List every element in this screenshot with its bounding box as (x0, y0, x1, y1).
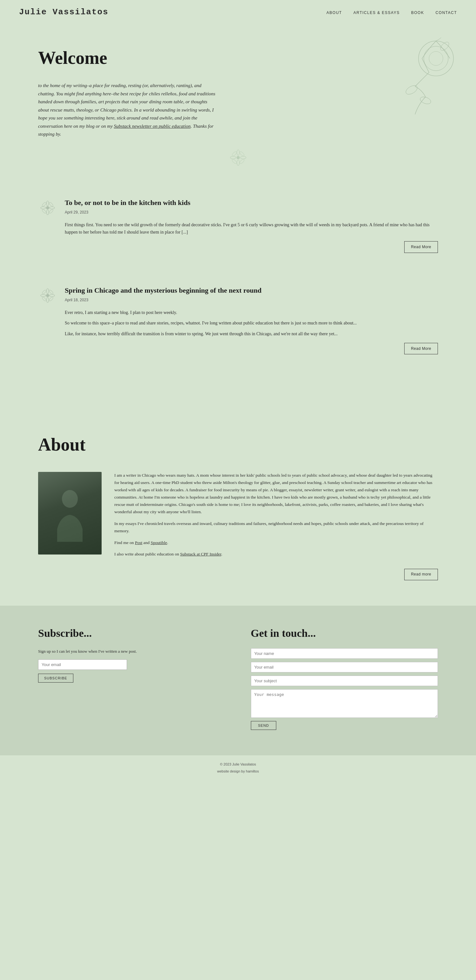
post-title-1[interactable]: To be, or not to be in the kitchen with … (65, 197, 190, 208)
post-excerpt-2a: Ever retro, I am starting a new blog. I … (65, 309, 438, 317)
svg-point-14 (239, 158, 244, 164)
main-nav: Julie Vassilatos ABOUT ARTICLES & ESSAYS… (0, 0, 476, 25)
read-more-button-2[interactable]: Read More (404, 343, 438, 354)
svg-point-19 (49, 207, 55, 209)
post-date-1: April 29, 2023 (65, 209, 190, 215)
credit: website design by hamiltos (6, 769, 470, 775)
svg-point-4 (419, 95, 432, 105)
svg-point-20 (41, 202, 47, 207)
svg-point-13 (231, 158, 237, 164)
substack-cpf-link[interactable]: Substack at CPF Insider (180, 552, 221, 557)
svg-point-28 (49, 294, 55, 296)
post-excerpt-2c: Like, for instance, how terribly difficu… (65, 330, 438, 338)
about-photo (38, 472, 102, 555)
contact-heading: Get in touch... (251, 625, 438, 642)
svg-point-27 (41, 294, 46, 296)
read-more-button-1[interactable]: Read More (404, 241, 438, 253)
svg-point-22 (41, 209, 47, 214)
svg-point-15 (46, 206, 49, 209)
svg-point-11 (231, 151, 237, 156)
post-title-2[interactable]: Spring in Chicago and the mysterious beg… (65, 285, 261, 296)
post-excerpt-2b: So welcome to this space–a place to read… (65, 319, 438, 327)
post-excerpt-1: First things first. You need to see the … (65, 221, 438, 236)
read-more-wrap-1: Read More (65, 241, 438, 253)
about-body-3: Find me on Post and Spoutible. (114, 539, 438, 547)
divider-flower (38, 138, 438, 178)
post-header-1: To be, or not to be in the kitchen with … (38, 197, 438, 217)
svg-point-2 (429, 51, 443, 65)
posts-section: To be, or not to be in the kitchen with … (0, 191, 476, 412)
substack-link[interactable]: Substack newsletter on public education (114, 124, 191, 129)
about-read-more-wrap: Read more (38, 569, 438, 580)
spoutible-link[interactable]: Spoutible (151, 540, 167, 545)
svg-point-16 (47, 201, 49, 206)
nav-contact[interactable]: CONTACT (435, 11, 457, 15)
svg-point-9 (230, 156, 236, 159)
about-heading: About (38, 431, 438, 459)
svg-point-26 (47, 298, 49, 302)
about-photo-placeholder (38, 472, 102, 555)
svg-point-25 (47, 288, 49, 294)
nav-links: ABOUT ARTICLES & ESSAYS BOOK CONTACT (327, 9, 457, 16)
svg-point-21 (49, 202, 54, 207)
svg-point-23 (49, 209, 54, 214)
svg-point-29 (41, 290, 47, 294)
svg-point-12 (239, 151, 244, 156)
site-title[interactable]: Julie Vassilatos (19, 6, 109, 19)
svg-point-32 (49, 296, 54, 302)
about-body-2: In my essays I've chronicled travels ove… (114, 520, 438, 535)
send-button[interactable]: SEND (251, 721, 276, 730)
person-silhouette (51, 485, 89, 542)
svg-point-30 (49, 290, 54, 294)
post-body-2: Ever retro, I am starting a new blog. I … (65, 309, 438, 355)
post-body-1: First things first. You need to see the … (65, 221, 438, 253)
about-section: About I am a writer in Chicago who wears… (0, 412, 476, 605)
about-read-more-button[interactable]: Read more (404, 569, 438, 580)
footer-top-section: Subscribe... Sign up so I can let you kn… (0, 606, 476, 755)
svg-point-24 (46, 294, 49, 297)
svg-point-7 (237, 150, 240, 155)
svg-point-18 (41, 207, 46, 209)
contact-email-input[interactable] (251, 662, 438, 672)
hero-text: to the home of my writing–a place for re… (38, 82, 216, 138)
hero-section: Welcome to the home of my writing–a plac… (0, 25, 476, 191)
subscribe-heading: Subscribe... (38, 625, 225, 642)
about-body-4: I also write about public education on S… (114, 551, 438, 558)
svg-point-10 (240, 156, 246, 159)
contact-message-textarea[interactable] (251, 689, 438, 718)
post-link[interactable]: Post (135, 540, 142, 545)
svg-point-17 (47, 210, 49, 215)
about-body-1: I am a writer in Chicago who wears many … (114, 472, 438, 516)
svg-point-8 (237, 160, 240, 165)
read-more-wrap-2: Read More (65, 343, 438, 354)
post-date-2: April 18, 2023 (65, 297, 261, 303)
subscribe-column: Subscribe... Sign up so I can let you kn… (38, 625, 225, 730)
svg-point-3 (404, 84, 419, 96)
hero-heading: Welcome (38, 44, 438, 72)
post-header-2: Spring in Chicago and the mysterious beg… (38, 285, 438, 305)
contact-column: Get in touch... SEND (251, 625, 438, 730)
subscribe-description: Sign up so I can let you know when I've … (38, 648, 225, 655)
nav-about[interactable]: ABOUT (327, 11, 342, 15)
svg-point-33 (62, 490, 78, 508)
botanical-decoration (387, 38, 457, 128)
post-icon-2 (38, 286, 57, 305)
copyright: © 2023 Julie Vassilatos (6, 762, 470, 767)
post-card-1: To be, or not to be in the kitchen with … (38, 197, 438, 266)
nav-book[interactable]: BOOK (411, 11, 424, 15)
post-title-block-2: Spring in Chicago and the mysterious beg… (65, 285, 261, 303)
svg-point-31 (41, 296, 47, 302)
post-title-block-1: To be, or not to be in the kitchen with … (65, 197, 190, 215)
subscribe-email-input[interactable] (38, 659, 127, 670)
contact-name-input[interactable] (251, 648, 438, 659)
post-icon-1 (38, 198, 57, 217)
svg-point-6 (236, 156, 240, 159)
subscribe-button[interactable]: SUBSCRIBE (38, 674, 73, 682)
contact-subject-input[interactable] (251, 676, 438, 686)
nav-articles[interactable]: ARTICLES & ESSAYS (354, 11, 400, 15)
about-text: I am a writer in Chicago who wears many … (114, 472, 438, 562)
post-card-2: Spring in Chicago and the mysterious beg… (38, 285, 438, 368)
about-content: I am a writer in Chicago who wears many … (38, 472, 438, 562)
footer-bottom: © 2023 Julie Vassilatos website design b… (0, 755, 476, 782)
